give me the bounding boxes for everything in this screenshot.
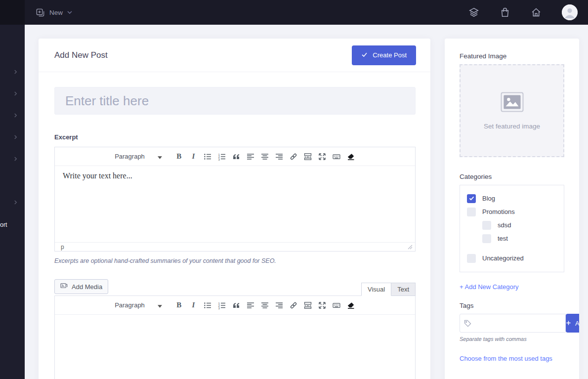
caret-down-icon (158, 152, 162, 161)
more-tag-icon (304, 153, 312, 161)
chevron-right-icon (14, 113, 17, 118)
more-tag-icon (304, 301, 312, 309)
link-icon (290, 153, 297, 161)
blockquote-icon (232, 301, 240, 309)
align-left-button[interactable] (244, 150, 258, 163)
bold-button[interactable]: B (172, 299, 186, 312)
link-button[interactable] (287, 150, 301, 163)
sidebar-item-1[interactable] (0, 66, 25, 78)
new-label: New (49, 9, 63, 16)
excerpt-content-area[interactable]: Write your text here... (55, 166, 415, 242)
italic-button[interactable]: I (186, 299, 201, 312)
bold-icon: B (176, 301, 181, 309)
sidebar-item-2[interactable] (0, 87, 25, 99)
content-area[interactable] (55, 315, 415, 379)
category-item[interactable]: test (482, 232, 564, 245)
paragraph-format-select[interactable]: Paragraph (112, 299, 165, 312)
align-center-button[interactable] (258, 150, 272, 163)
numbered-list-icon: 123 (218, 153, 226, 161)
media-row: Add Media Visual Text (54, 279, 416, 295)
align-right-button[interactable] (272, 150, 287, 163)
sidebar-overflow-label: ort (0, 221, 7, 228)
tags-label: Tags (460, 302, 564, 309)
excerpt-editor: ParagraphBI123 Write your text here... p (54, 147, 416, 252)
more-tag-button[interactable] (301, 150, 315, 163)
user-avatar[interactable] (562, 4, 578, 20)
align-left-icon (247, 153, 254, 161)
sidebar-item-5[interactable] (0, 153, 25, 165)
post-settings-panel: Featured Image Set featured image Catego… (445, 39, 579, 379)
blockquote-button[interactable] (229, 150, 244, 163)
expand-button[interactable] (315, 150, 330, 163)
page-title: Add New Post (54, 50, 108, 60)
more-tag-button[interactable] (301, 299, 315, 312)
sidebar-item-4[interactable] (0, 131, 25, 143)
align-center-icon (261, 301, 269, 309)
sidebar-item-6[interactable] (0, 196, 25, 208)
category-item[interactable]: Promotions (467, 205, 564, 218)
align-right-button[interactable] (272, 299, 287, 312)
set-featured-image-box[interactable]: Set featured image (460, 64, 564, 157)
keyboard-toggle-icon (333, 301, 340, 309)
category-item[interactable]: sdsd (482, 218, 564, 232)
tags-row: Add (460, 314, 564, 333)
category-checkbox[interactable] (482, 221, 491, 230)
eraser-button[interactable] (344, 299, 358, 312)
category-item[interactable]: Uncategorized (467, 252, 564, 265)
align-center-button[interactable] (258, 299, 272, 312)
layers-icon[interactable] (468, 7, 479, 18)
keyboard-toggle-button[interactable] (330, 299, 344, 312)
brand-box[interactable] (0, 0, 25, 25)
italic-button[interactable]: I (186, 150, 201, 163)
bold-button[interactable]: B (172, 150, 186, 163)
align-center-icon (261, 153, 269, 161)
editor-mode-tabs: Visual Text (361, 283, 416, 296)
category-label: Blog (482, 195, 495, 202)
sidebar-item-3[interactable] (0, 109, 25, 121)
category-checkbox[interactable] (467, 208, 476, 216)
tags-help-text: Separate tags with commas (460, 336, 564, 342)
chevron-right-icon (14, 156, 17, 162)
expand-icon (318, 153, 326, 161)
tag-input-wrap (460, 314, 566, 333)
add-new-category-link[interactable]: + Add New Category (460, 283, 519, 291)
category-checkbox[interactable] (467, 194, 476, 203)
expand-button[interactable] (315, 299, 330, 312)
eraser-button[interactable] (344, 150, 358, 163)
add-media-button[interactable]: Add Media (54, 279, 108, 294)
set-featured-image-label: Set featured image (484, 123, 540, 130)
link-button[interactable] (287, 299, 301, 312)
tab-visual[interactable]: Visual (361, 283, 391, 296)
topbar: New (0, 0, 588, 25)
post-title-input[interactable] (54, 87, 416, 115)
align-left-button[interactable] (244, 299, 258, 312)
resize-handle-icon[interactable] (407, 244, 413, 250)
topbar-actions (468, 4, 578, 20)
new-post-menu[interactable]: New (36, 8, 72, 17)
bullet-list-button[interactable] (201, 150, 215, 163)
category-item[interactable]: Blog (467, 192, 564, 205)
tags-input[interactable] (474, 320, 561, 327)
align-right-icon (275, 153, 283, 161)
paragraph-format-select[interactable]: Paragraph (112, 150, 165, 163)
category-label: Uncategorized (482, 254, 524, 262)
add-tag-button[interactable]: Add (566, 314, 579, 333)
bullet-list-button[interactable] (201, 299, 215, 312)
bag-icon[interactable] (500, 7, 510, 18)
numbered-list-button[interactable]: 123 (215, 299, 229, 312)
link-icon (290, 301, 297, 309)
category-label: Promotions (482, 208, 515, 215)
category-checkbox[interactable] (467, 254, 476, 263)
choose-most-used-tags-link[interactable]: Choose from the most used tags (460, 355, 552, 362)
home-icon[interactable] (531, 7, 542, 18)
category-list: BlogPromotionssdsdtestUncategorized (460, 185, 564, 272)
caret-down-icon (158, 301, 162, 310)
blockquote-button[interactable] (229, 299, 244, 312)
create-post-button[interactable]: Create Post (352, 45, 416, 65)
keyboard-toggle-button[interactable] (330, 150, 344, 163)
tab-text[interactable]: Text (391, 283, 416, 296)
italic-icon: I (192, 152, 195, 161)
bullet-list-icon (204, 153, 211, 161)
numbered-list-button[interactable]: 123 (215, 150, 229, 163)
category-checkbox[interactable] (482, 234, 491, 243)
